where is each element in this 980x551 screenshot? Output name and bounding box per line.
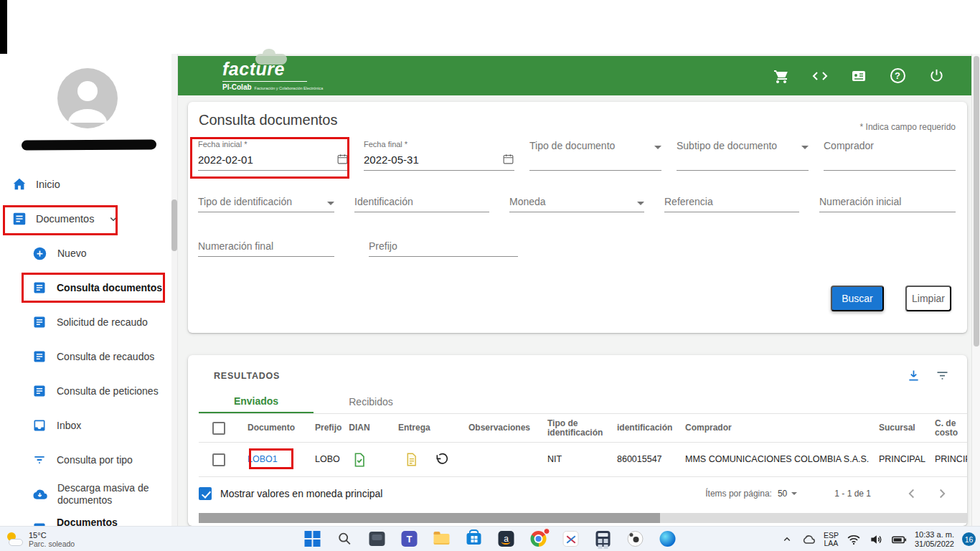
tipo-identificacion-select[interactable]: Tipo de identificación (198, 194, 334, 212)
card-icon[interactable] (849, 67, 868, 85)
document-icon (32, 315, 47, 329)
page-title: Consulta documentos (199, 112, 337, 128)
next-page-icon[interactable] (933, 485, 951, 502)
calendar-icon[interactable] (502, 153, 514, 165)
language-indicator[interactable]: ESP LAA (824, 532, 839, 547)
column-header: Tipo de identificación (527, 414, 595, 442)
subtipo-documento-select[interactable]: Subtipo de documento (677, 139, 809, 171)
sidebar-item-solicitud-recaudo[interactable]: Solicitud de recaudo (0, 305, 172, 339)
referencia-field[interactable]: Referencia (664, 194, 799, 212)
horizontal-scrollbar[interactable] (199, 513, 967, 523)
centro-costo-cell: PRINCIPAL (911, 443, 967, 476)
sidebar-scrollbar-thumb[interactable] (171, 199, 177, 251)
numeracion-final-field[interactable]: Numeración final (198, 238, 334, 257)
product-tagline: Facturación y Colaboración Electrónica (255, 87, 324, 91)
sidebar-item-label: Inicio (36, 179, 60, 191)
start-button[interactable] (303, 529, 322, 548)
clock[interactable]: 10:33 a. m. 31/05/2022 (915, 530, 954, 549)
inbox-icon (32, 418, 47, 433)
screen: Inicio Documentos Nuevo Consulta documen… (0, 0, 980, 551)
weather-widget[interactable]: 15°C Parc. soleado (6, 527, 75, 551)
home-icon (11, 176, 27, 192)
teams-icon[interactable]: T (400, 529, 419, 548)
results-footer: Mostrar valores en moneda principal Ítem… (199, 477, 951, 510)
observaciones-cell (456, 443, 527, 476)
fecha-final-input[interactable]: 2022-05-31 (364, 154, 419, 166)
amazon-icon[interactable]: a (497, 529, 516, 548)
tipo-identificacion-cell: NIT (527, 443, 595, 476)
results-card: RESULTADOS Enviados Recibidos Documento … (188, 355, 967, 526)
identificacion-field[interactable]: Identificación (354, 194, 489, 212)
filter-sort-icon[interactable] (935, 368, 950, 386)
search-icon[interactable] (336, 529, 354, 548)
power-icon[interactable] (927, 67, 946, 85)
snipping-tool-icon[interactable] (562, 529, 580, 548)
page-scrollbar[interactable] (971, 54, 980, 526)
fecha-inicial-input[interactable]: 2022-02-01 (198, 154, 253, 166)
select-all-checkbox[interactable] (212, 422, 225, 435)
sidebar-item-consulta-peticiones[interactable]: Consulta de peticiones (0, 374, 172, 408)
sidebar-scrollbar[interactable] (171, 54, 177, 526)
tray-chevron-up-icon[interactable] (781, 533, 793, 546)
chevron-down-icon (107, 212, 120, 225)
download-icon[interactable] (906, 368, 921, 386)
sidebar-item-consulta-documentos[interactable]: Consulta documentos (0, 270, 172, 305)
previous-page-icon[interactable] (903, 485, 920, 502)
camera-icon[interactable] (626, 529, 645, 548)
document-icon (32, 384, 47, 398)
tab-recibidos[interactable]: Recibidos (314, 390, 428, 413)
row-checkbox[interactable] (212, 453, 225, 466)
header-actions: ? (772, 67, 946, 85)
microsoft-store-icon[interactable] (465, 529, 484, 548)
calendar-icon[interactable] (336, 153, 349, 165)
sidebar-item-inbox[interactable]: Inbox (0, 408, 172, 443)
items-per-page-select[interactable]: 50 (778, 489, 797, 499)
page-scrollbar-thumb[interactable] (974, 56, 979, 347)
column-header: Prefijo (302, 414, 342, 442)
notification-count-badge[interactable]: 16 (962, 532, 976, 546)
onedrive-cloud-icon[interactable] (801, 532, 816, 547)
comprador-field[interactable]: Comprador (824, 139, 956, 171)
code-exchange-icon[interactable] (811, 67, 829, 85)
sidebar-item-consulta-recaudos[interactable]: Consulta de recaudos (0, 339, 172, 374)
entrega-document-icon[interactable] (404, 452, 419, 467)
cart-icon[interactable] (772, 67, 791, 85)
app-icon-dark-window[interactable] (368, 529, 387, 548)
buscar-button[interactable]: Buscar (831, 286, 884, 311)
sidebar-item-descarga-masiva[interactable]: Descarga masiva de documentos (0, 477, 172, 512)
window-corner-block (0, 0, 7, 54)
document-link[interactable]: LOBO1 (248, 455, 278, 464)
tab-enviados[interactable]: Enviados (199, 390, 314, 413)
numeracion-inicial-field[interactable]: Numeración inicial (819, 194, 956, 212)
sidebar-item-nuevo[interactable]: Nuevo (0, 236, 172, 270)
user-name-redacted (22, 139, 156, 150)
chrome-icon[interactable] (529, 529, 548, 548)
column-header: DIAN (342, 414, 377, 442)
file-explorer-icon[interactable] (433, 529, 451, 548)
sidebar-item-consulta-por-tipo[interactable]: Consulta por tipo (0, 443, 172, 477)
limpiar-button[interactable]: Limpiar (905, 286, 951, 311)
refresh-icon[interactable] (435, 453, 449, 467)
tipo-documento-select[interactable]: Tipo de documento (529, 139, 661, 171)
fecha-final-field[interactable]: Fecha final * 2022-05-31 (364, 139, 514, 171)
edge-icon[interactable] (659, 529, 677, 548)
column-header: C. de costo (911, 414, 967, 442)
horizontal-scrollbar-thumb[interactable] (199, 513, 660, 523)
prefijo-field[interactable]: Prefijo (369, 238, 518, 257)
show-values-checkbox[interactable] (199, 487, 212, 500)
identificacion-cell: 860015547 (595, 443, 664, 476)
wifi-icon[interactable] (847, 532, 861, 547)
dian-status-icon[interactable] (352, 452, 367, 468)
sidebar-item-inicio[interactable]: Inicio (0, 167, 172, 202)
system-tray: ESP LAA 10:33 a. m. 31/05/2022 16 (781, 527, 976, 551)
dropdown-arrow-icon (791, 492, 797, 495)
battery-icon[interactable] (891, 532, 907, 547)
calculator-icon[interactable] (594, 529, 613, 548)
help-icon[interactable]: ? (888, 67, 907, 85)
volume-icon[interactable] (869, 532, 883, 547)
filter-icon (32, 453, 47, 467)
product-name: PI-Colab (222, 84, 252, 91)
fecha-inicial-field[interactable]: Fecha inicial * 2022-02-01 (198, 139, 349, 171)
moneda-select[interactable]: Moneda (509, 194, 644, 212)
sidebar-item-documentos[interactable]: Documentos (0, 202, 172, 236)
